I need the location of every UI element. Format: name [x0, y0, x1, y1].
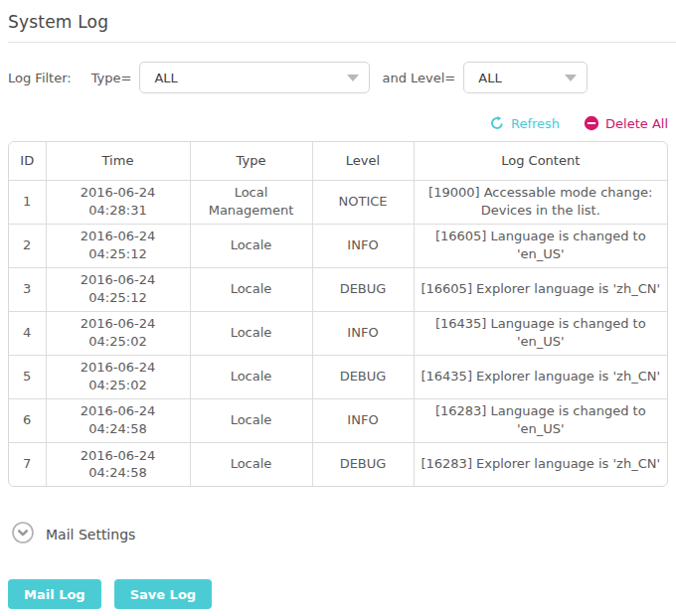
column-header: Log Content [414, 142, 667, 180]
chevron-down-circle-icon [12, 522, 34, 546]
log-table: IDTimeTypeLevelLog Content 12016-06-24 0… [9, 142, 667, 486]
table-cell: 2016-06-24 04:24:58 [46, 442, 190, 486]
save-log-button[interactable]: Save Log [114, 579, 212, 609]
table-cell: Locale [190, 311, 312, 355]
delete-all-label: Delete All [605, 116, 668, 131]
log-table-container: IDTimeTypeLevelLog Content 12016-06-24 0… [8, 141, 668, 487]
type-filter-select[interactable]: ALL [139, 62, 370, 93]
table-cell: INFO [312, 224, 414, 267]
table-cell: 2 [9, 224, 46, 267]
table-row: 62016-06-24 04:24:58LocaleINFO[16283] La… [9, 398, 667, 442]
table-cell: DEBUG [312, 355, 414, 398]
table-cell: 3 [9, 267, 46, 311]
table-cell: 6 [9, 398, 46, 442]
table-cell: [16605] Language is changed to 'en_US' [414, 224, 667, 267]
table-cell: [16435] Explorer language is 'zh_CN' [414, 355, 667, 398]
mail-log-button[interactable]: Mail Log [8, 579, 101, 609]
table-cell: [16605] Explorer language is 'zh_CN' [414, 267, 667, 311]
table-row: 42016-06-24 04:25:02LocaleINFO[16435] La… [9, 311, 667, 355]
table-cell: 2016-06-24 04:25:12 [46, 224, 190, 267]
table-header-row: IDTimeTypeLevelLog Content [9, 142, 667, 180]
chevron-down-icon [347, 75, 359, 81]
table-cell: Locale [190, 398, 312, 442]
table-cell: 2016-06-24 04:28:31 [46, 180, 190, 224]
table-cell: 4 [9, 311, 46, 355]
table-row: 52016-06-24 04:25:02LocaleDEBUG[16435] E… [9, 355, 667, 398]
table-cell: [16283] Language is changed to 'en_US' [414, 398, 667, 442]
type-filter-value: ALL [154, 71, 177, 85]
log-filter-label: Log Filter: [8, 71, 72, 85]
table-row: 12016-06-24 04:28:31Local ManagementNOTI… [9, 180, 667, 224]
table-cell: NOTICE [312, 180, 414, 224]
table-cell: DEBUG [312, 442, 414, 486]
table-cell: DEBUG [312, 267, 414, 311]
table-row: 32016-06-24 04:25:12LocaleDEBUG[16605] E… [9, 267, 667, 311]
column-header: Time [46, 142, 190, 180]
title-divider [8, 42, 676, 43]
table-toolbar: Refresh Delete All [8, 115, 668, 131]
log-table-body: 12016-06-24 04:28:31Local ManagementNOTI… [9, 180, 667, 486]
table-cell: Locale [190, 355, 312, 398]
mail-settings-toggle[interactable]: Mail Settings [12, 522, 668, 546]
table-row: 22016-06-24 04:25:12LocaleINFO[16605] La… [9, 224, 667, 267]
column-header: ID [9, 142, 46, 180]
table-cell: [16283] Explorer language is 'zh_CN' [414, 442, 667, 486]
page-title: System Log [8, 8, 668, 42]
table-cell: Local Management [190, 180, 312, 224]
table-cell: INFO [312, 311, 414, 355]
table-cell: 5 [9, 355, 46, 398]
delete-all-button[interactable]: Delete All [584, 115, 668, 131]
table-cell: 2016-06-24 04:24:58 [46, 398, 190, 442]
table-cell: INFO [312, 398, 414, 442]
table-row: 72016-06-24 04:24:58LocaleDEBUG[16283] E… [9, 442, 667, 486]
table-cell: 2016-06-24 04:25:02 [46, 355, 190, 398]
system-log-page: System Log Log Filter: Type= ALL and Lev… [0, 0, 676, 554]
column-header: Type [190, 142, 312, 180]
table-cell: [19000] Accessable mode change: Devices … [414, 180, 667, 224]
chevron-down-icon [565, 75, 577, 81]
column-header: Level [312, 142, 414, 180]
refresh-button[interactable]: Refresh [489, 115, 560, 131]
table-cell: Locale [190, 224, 312, 267]
table-cell: 1 [9, 180, 46, 224]
level-filter-label: and Level= [382, 71, 455, 85]
table-cell: 2016-06-24 04:25:12 [46, 267, 190, 311]
log-filter-row: Log Filter: Type= ALL and Level= ALL [8, 62, 668, 93]
refresh-icon [489, 115, 505, 131]
minus-circle-icon [584, 115, 599, 131]
table-cell: [16435] Language is changed to 'en_US' [414, 311, 667, 355]
type-filter-label: Type= [91, 71, 132, 85]
refresh-label: Refresh [511, 116, 560, 131]
footer-buttons: Mail Log Save Log [8, 579, 212, 609]
level-filter-value: ALL [478, 71, 501, 85]
mail-settings-label: Mail Settings [46, 527, 135, 542]
table-cell: 7 [9, 442, 46, 486]
table-cell: 2016-06-24 04:25:02 [46, 311, 190, 355]
table-cell: Locale [190, 442, 312, 486]
table-cell: Locale [190, 267, 312, 311]
level-filter-select[interactable]: ALL [463, 62, 588, 93]
